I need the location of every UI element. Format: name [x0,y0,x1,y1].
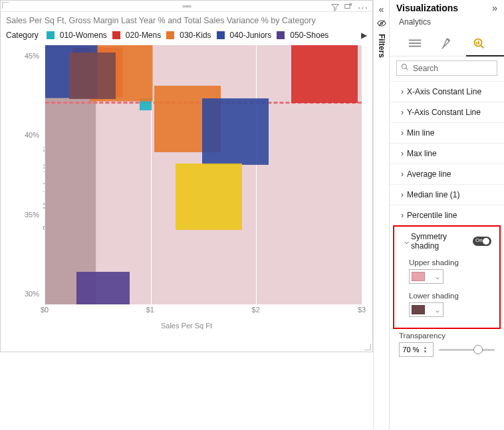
chevron-right-icon: › [398,211,407,220]
section-label: Average line [407,169,451,179]
section-y-axis-constant-line[interactable]: › Y-Axis Constant Line [390,102,504,122]
section-label: Percentile line [407,211,457,220]
expand-filters-icon[interactable]: « [379,4,384,15]
drag-grip-icon[interactable]: ══ [182,3,190,10]
chart-title: Sales Per Sq Ft, Gross Margin Last Year … [1,12,372,27]
legend-swatch [217,31,225,39]
section-min-line[interactable]: › Min line [390,122,504,143]
x-axis-ticks: $0 $1 $2 $3 [45,306,362,318]
data-mark[interactable] [291,45,358,103]
chevron-right-icon: › [398,87,407,96]
legend-swatch [112,31,120,39]
resize-handle-br[interactable] [364,343,372,351]
data-mark[interactable] [76,272,130,304]
transparency-value: 70 % [402,346,419,354]
svg-rect-3 [409,40,421,41]
section-label: Min line [407,128,434,138]
legend-label: 020-Mens [126,31,161,40]
chevron-down-icon: ⌵ [402,237,411,246]
x-tick: $0 [41,306,49,314]
data-mark[interactable] [202,98,269,165]
plot-area[interactable] [45,45,362,304]
analytics-subtitle: Analytics [390,15,504,29]
transparency-label: Transparency [390,329,504,340]
visual-header: ══ [1,1,372,12]
chevron-down-icon: ⌵ [436,273,440,280]
filters-pane-collapsed: « Filters [373,0,389,430]
filters-pane-label[interactable]: Filters [377,34,386,58]
chevron-right-icon: › [398,190,407,199]
svg-point-10 [402,64,407,69]
section-symmetry-shading[interactable]: ⌵ Symmetry shading On [394,227,499,256]
svg-line-11 [406,68,408,70]
chevron-down-icon: ⌵ [436,306,440,314]
chevron-right-icon: › [398,128,407,138]
legend-title: Category [6,31,39,40]
section-label: Y-Axis Constant Line [407,108,481,117]
legend-label: 010-Womens [60,31,107,40]
resize-handle-tl[interactable] [1,1,9,9]
data-mark[interactable] [69,53,116,99]
gridline-v [256,45,257,304]
search-icon [401,63,409,73]
svg-line-7 [481,45,484,49]
section-average-line[interactable]: › Average line [390,163,504,184]
svg-rect-8 [476,42,477,45]
tab-format[interactable] [431,33,463,56]
spinner-buttons[interactable]: ▲▼ [424,346,430,354]
y-axis-ticks: 45% 40% 35% 30% [21,45,42,304]
svg-rect-5 [409,46,421,47]
transparency-slider[interactable] [439,343,495,356]
more-options-icon[interactable]: ··· [358,2,368,14]
tab-analytics[interactable] [463,33,495,56]
filter-icon[interactable] [331,2,339,14]
collapse-pane-icon[interactable]: » [492,3,497,13]
symmetry-toggle[interactable]: On [473,237,491,246]
visual-toolbar: ··· [331,2,368,14]
lower-shading-swatch [412,305,425,314]
section-percentile-line[interactable]: › Percentile line [390,205,504,225]
lower-shading-color-picker[interactable]: ⌵ [409,302,443,317]
section-label: Max line [407,149,437,158]
upper-shading-swatch [412,272,425,281]
x-tick: $2 [252,306,260,314]
upper-shading-color-picker[interactable]: ⌵ [409,269,443,284]
transparency-input[interactable]: 70 % ▲▼ [399,342,434,357]
visualizations-title: Visualizations [396,3,458,13]
legend-label: 050-Shoes [290,31,328,40]
symmetry-shading-highlight: ⌵ Symmetry shading On Upper shading ⌵ Lo… [393,225,501,329]
visualizations-pane: Visualizations » Analytics Search › X-Ax… [389,0,504,430]
legend-label: 030-Kids [180,31,211,40]
section-label: Median line (1) [407,190,459,199]
svg-rect-4 [409,43,421,44]
x-tick: $1 [146,306,154,314]
section-x-axis-constant-line[interactable]: › X-Axis Constant Line [390,81,504,102]
slider-track [439,349,495,351]
chart-legend: Category 010-Womens 020-Mens 030-Kids 04… [1,27,372,45]
section-median-line[interactable]: › Median line (1) [390,184,504,205]
search-input[interactable]: Search [396,60,497,76]
legend-swatch [277,31,285,39]
slider-thumb[interactable] [473,345,483,354]
pane-tabs [390,33,504,56]
svg-rect-9 [478,41,479,45]
chevron-right-icon: › [398,108,407,117]
upper-shading-label: Upper shading [394,256,499,267]
data-mark[interactable] [176,163,242,230]
legend-swatch [166,31,174,39]
section-max-line[interactable]: › Max line [390,143,504,163]
transparency-controls: 70 % ▲▼ [390,340,504,357]
legend-swatch [47,31,55,39]
svg-rect-0 [344,5,350,9]
lower-shading-label: Lower shading [394,289,499,300]
y-tick: 40% [23,131,39,139]
legend-scroll-right-icon[interactable]: ▶ [361,31,367,40]
toggle-on-label: On [475,237,483,243]
chevron-right-icon: › [398,169,407,179]
active-tab-indicator [466,55,504,56]
focus-mode-icon[interactable] [344,2,352,14]
legend-label: 040-Juniors [230,31,272,40]
filters-visibility-icon[interactable] [377,19,386,30]
tab-fields[interactable] [399,33,431,56]
visualizations-header: Visualizations » [390,0,504,15]
